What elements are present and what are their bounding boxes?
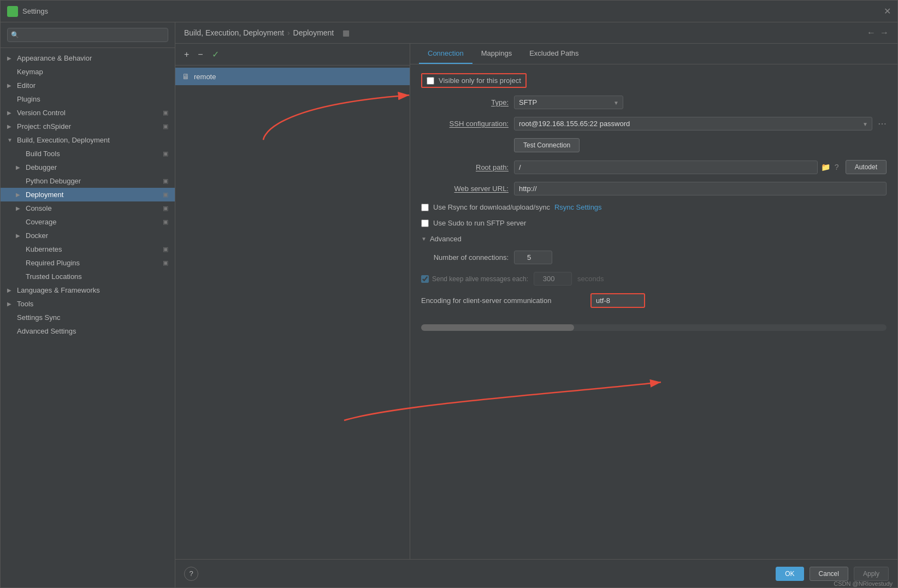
check-button[interactable]: ✓ [210, 48, 221, 61]
spacer-icon [7, 69, 15, 75]
sidebar-item-docker[interactable]: ▶ Docker [1, 229, 175, 242]
watermark: CSDN @NRlovestudy [834, 580, 893, 587]
help-icon-button[interactable]: ? [834, 162, 840, 173]
sudo-checkbox[interactable] [421, 219, 429, 227]
rsync-label: Use Rsync for download/upload/sync [433, 203, 550, 211]
sidebar-item-coverage[interactable]: Coverage ▣ [1, 215, 175, 229]
autodetect-button[interactable]: Autodet [846, 160, 887, 174]
keepalive-checkbox[interactable] [421, 275, 429, 283]
sidebar-item-build-tools[interactable]: Build Tools ▣ [1, 147, 175, 161]
bottom-right: OK Cancel Apply [776, 567, 889, 581]
sidebar-item-keymap[interactable]: Keymap [1, 65, 175, 79]
sidebar-item-plugins[interactable]: Plugins [1, 92, 175, 106]
sidebar-item-advanced-settings[interactable]: Advanced Settings [1, 324, 175, 338]
search-input[interactable] [7, 28, 168, 42]
ssh-config-select[interactable]: root@192.168.155.65:22 password [514, 117, 872, 130]
sidebar-item-build-exec-deploy[interactable]: ▼ Build, Execution, Deployment [1, 133, 175, 147]
badge-icon: ▣ [163, 177, 168, 185]
tab-excluded-paths[interactable]: Excluded Paths [521, 44, 587, 64]
expand-arrow-icon: ▶ [7, 123, 15, 129]
expand-arrow-icon: ▶ [16, 164, 23, 170]
svg-rect-3 [13, 12, 16, 15]
ssh-more-icon[interactable]: ⋯ [878, 118, 887, 129]
apply-button[interactable]: Apply [854, 567, 889, 581]
forward-arrow-icon[interactable]: → [880, 28, 889, 38]
sidebar-item-languages-frameworks[interactable]: ▶ Languages & Frameworks [1, 283, 175, 297]
folder-icon-button[interactable]: 📁 [820, 162, 831, 173]
spacer-icon [16, 219, 23, 225]
sidebar-item-required-plugins[interactable]: Required Plugins ▣ [1, 256, 175, 270]
expand-arrow-icon: ▶ [7, 301, 15, 307]
sidebar-item-console[interactable]: ▶ Console ▣ [1, 201, 175, 215]
num-connections-row: Number of connections: [421, 251, 887, 264]
layout-icon[interactable]: ▦ [342, 28, 350, 37]
sidebar-item-appearance[interactable]: ▶ Appearance & Behavior [1, 51, 175, 65]
sidebar-item-kubernetes[interactable]: Kubernetes ▣ [1, 242, 175, 256]
advanced-section-header[interactable]: ▼ Advanced [421, 235, 887, 243]
sidebar-item-label: Python Debugger [26, 177, 81, 185]
tab-mappings[interactable]: Mappings [472, 44, 521, 64]
sidebar-item-label: Project: chSpider [17, 122, 71, 130]
scrollbar-thumb [421, 324, 574, 331]
rsync-settings-link[interactable]: Rsync Settings [554, 203, 602, 211]
search-bar: 🔍 [1, 22, 175, 48]
scroll-area [421, 324, 887, 331]
rsync-checkbox[interactable] [421, 204, 429, 211]
visible-only-checkbox[interactable] [427, 77, 434, 85]
expand-arrow-icon: ▶ [7, 82, 15, 88]
sidebar-item-python-debugger[interactable]: Python Debugger ▣ [1, 174, 175, 188]
help-button[interactable]: ? [184, 567, 198, 581]
web-server-url-row: Web server URL: [421, 182, 887, 195]
sidebar-item-label: Deployment [26, 191, 63, 199]
breadcrumb: Build, Execution, Deployment › Deploymen… [184, 28, 350, 37]
cancel-button[interactable]: Cancel [810, 567, 848, 581]
server-item-remote[interactable]: 🖥 remote [175, 68, 410, 85]
server-item-name: remote [194, 73, 216, 81]
server-toolbar: + − ✓ [175, 44, 410, 66]
ssh-config-label: SSH configuration: [421, 120, 509, 128]
add-server-button[interactable]: + [182, 49, 191, 61]
svg-rect-2 [9, 12, 12, 15]
keepalive-input[interactable] [534, 272, 572, 286]
back-arrow-icon[interactable]: ← [867, 28, 876, 38]
sidebar-item-label: Languages & Frameworks [17, 286, 100, 294]
sidebar-item-settings-sync[interactable]: Settings Sync [1, 311, 175, 324]
encoding-input[interactable] [590, 293, 645, 308]
sidebar-item-trusted-locations[interactable]: Trusted Locations [1, 270, 175, 283]
sidebar-item-deployment[interactable]: ▶ Deployment ▣ [1, 188, 175, 201]
sudo-row: Use Sudo to run SFTP server [421, 219, 887, 227]
horizontal-scrollbar[interactable] [421, 324, 887, 331]
ok-button[interactable]: OK [776, 567, 804, 581]
root-path-input[interactable] [514, 161, 818, 174]
sidebar-item-label: Kubernetes [26, 245, 62, 253]
num-connections-input[interactable] [514, 251, 552, 264]
sidebar-item-label: Debugger [26, 163, 57, 171]
seconds-label: seconds [577, 275, 604, 283]
badge-icon: ▣ [163, 123, 168, 130]
visible-only-row: Visible only for this project [421, 73, 887, 88]
panel-body: + − ✓ 🖥 remote Connection [175, 44, 897, 559]
sidebar-item-label: Coverage [26, 218, 56, 226]
server-list-panel: + − ✓ 🖥 remote [175, 44, 410, 559]
connection-panel: Connection Mappings Excluded Paths Visib… [410, 44, 897, 559]
badge-icon: ▣ [163, 109, 168, 116]
window-title: Settings [22, 7, 884, 15]
num-connections-label: Number of connections: [421, 253, 509, 262]
spacer-icon [16, 260, 23, 266]
visible-only-label: Visible only for this project [439, 76, 521, 85]
type-select[interactable]: SFTP FTP FTPS [514, 96, 623, 109]
sidebar-item-project[interactable]: ▶ Project: chSpider ▣ [1, 120, 175, 133]
sidebar-item-debugger[interactable]: ▶ Debugger [1, 161, 175, 174]
sidebar-item-version-control[interactable]: ▶ Version Control ▣ [1, 106, 175, 120]
test-connection-button[interactable]: Test Connection [514, 138, 580, 152]
tab-connection[interactable]: Connection [419, 44, 472, 64]
sidebar-item-editor[interactable]: ▶ Editor [1, 79, 175, 92]
collapse-arrow-icon: ▼ [7, 137, 15, 143]
type-select-wrapper: SFTP FTP FTPS [514, 96, 623, 109]
sidebar-item-tools[interactable]: ▶ Tools [1, 297, 175, 311]
badge-icon: ▣ [163, 205, 168, 212]
web-server-url-input[interactable] [514, 182, 887, 195]
remove-server-button[interactable]: − [196, 49, 205, 61]
close-button[interactable]: ✕ [884, 6, 891, 16]
advanced-toggle-icon: ▼ [421, 236, 427, 242]
